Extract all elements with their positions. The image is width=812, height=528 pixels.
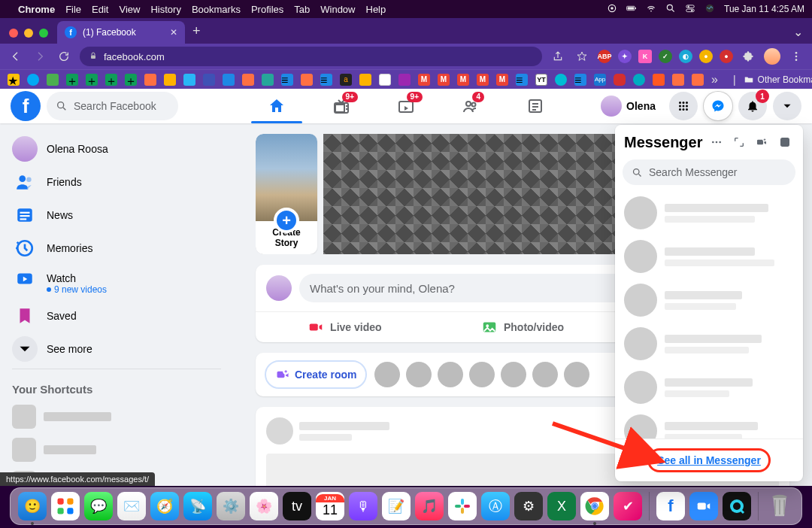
messenger-compose-icon[interactable]: [776, 132, 794, 152]
messenger-new-video-icon[interactable]: [753, 132, 771, 152]
bookmark-icon[interactable]: ＋: [125, 74, 137, 86]
shortcut-item[interactable]: [6, 400, 227, 433]
bookmark-icon[interactable]: [633, 74, 645, 86]
sidebar-item-see-more[interactable]: See more: [6, 332, 227, 366]
sidebar-item-saved[interactable]: Saved: [6, 299, 227, 332]
sidebar-item-memories[interactable]: Memories: [6, 232, 227, 265]
contact-avatar[interactable]: [469, 362, 495, 387]
tab-groups[interactable]: 4: [441, 89, 501, 123]
bookmarks-overflow-icon[interactable]: »: [711, 73, 718, 86]
messenger-button[interactable]: [704, 92, 732, 120]
menu-edit[interactable]: Edit: [92, 4, 108, 15]
chrome-menu-icon[interactable]: [788, 48, 804, 65]
dock-trash[interactable]: [765, 492, 794, 520]
shortcut-item[interactable]: [6, 433, 227, 466]
bookmark-icon[interactable]: M: [496, 74, 508, 86]
messenger-conversation-list[interactable]: [615, 191, 803, 438]
bookmark-icon[interactable]: YT: [535, 74, 547, 86]
bookmark-icon[interactable]: [223, 74, 235, 86]
menu-view[interactable]: View: [119, 4, 140, 15]
dock-app-slack[interactable]: [448, 492, 477, 520]
extension-icon[interactable]: ✦: [618, 50, 632, 63]
bookmark-icon[interactable]: [614, 74, 626, 86]
bookmark-icon[interactable]: [301, 74, 313, 86]
bookmark-icon[interactable]: M: [457, 74, 469, 86]
sidebar-item-friends[interactable]: Friends: [6, 165, 227, 199]
conversation-item[interactable]: [620, 278, 798, 322]
dock-app-chrome[interactable]: [580, 492, 609, 520]
contact-avatar[interactable]: [532, 362, 558, 387]
dock-app-music[interactable]: 🎵: [415, 492, 444, 520]
tab-close-icon[interactable]: ✕: [170, 27, 177, 38]
nav-forward-button[interactable]: [32, 48, 48, 65]
menu-history[interactable]: History: [150, 4, 180, 15]
extension-icon[interactable]: ●: [720, 50, 733, 63]
siri-icon[interactable]: [704, 3, 715, 16]
extension-icon[interactable]: ABP: [598, 50, 611, 63]
conversation-item[interactable]: [620, 191, 798, 235]
bookmark-icon[interactable]: ★: [8, 74, 20, 86]
dock-app-quicktime[interactable]: [723, 492, 751, 520]
browser-tab[interactable]: f (1) Facebook ✕: [57, 21, 185, 44]
conversation-item[interactable]: [620, 366, 798, 409]
tab-overflow-icon[interactable]: ⌄: [784, 20, 812, 44]
conversation-item[interactable]: [620, 235, 798, 278]
contact-avatar[interactable]: [564, 362, 589, 387]
menu-profiles[interactable]: Profiles: [251, 4, 283, 15]
nav-back-button[interactable]: [8, 48, 24, 65]
nav-reload-button[interactable]: [56, 48, 72, 65]
dock-app-settings[interactable]: ⚙️: [217, 492, 245, 520]
messenger-search-input[interactable]: Search Messenger: [623, 159, 795, 185]
tab-news[interactable]: [505, 89, 565, 123]
dock-app-todoist[interactable]: ✔: [614, 492, 642, 520]
dock-app-system[interactable]: ⚙: [514, 492, 543, 520]
bookmark-icon[interactable]: [27, 74, 39, 86]
bookmark-icon[interactable]: ＋: [66, 74, 78, 86]
bookmark-icon[interactable]: ＋: [105, 74, 117, 86]
bookmark-icon[interactable]: ≡: [574, 74, 586, 86]
chrome-profile-avatar[interactable]: [764, 48, 780, 65]
avatar[interactable]: [266, 275, 292, 301]
create-room-button[interactable]: Create room: [265, 360, 367, 389]
contact-avatar[interactable]: [438, 362, 463, 387]
dock-app-mail[interactable]: ✉️: [117, 492, 146, 520]
menu-tab[interactable]: Tab: [294, 4, 310, 15]
tab-watch[interactable]: 9+: [311, 89, 371, 123]
dock-app-facebook[interactable]: f: [656, 492, 685, 520]
bookmark-icon[interactable]: [672, 74, 684, 86]
dock-app-appstore[interactable]: Ⓐ: [481, 492, 510, 520]
bookmark-icon[interactable]: [653, 74, 665, 86]
extension-icon[interactable]: K: [638, 50, 652, 63]
spotlight-icon[interactable]: [665, 3, 676, 16]
other-bookmarks-folder[interactable]: Other Bookmarks: [744, 74, 812, 85]
menu-bookmarks[interactable]: Bookmarks: [192, 4, 241, 15]
control-center-icon[interactable]: [685, 3, 695, 16]
bookmark-icon[interactable]: [359, 74, 371, 86]
bookmark-icon[interactable]: ≡: [281, 74, 293, 86]
tab-marketplace[interactable]: 9+: [376, 89, 436, 123]
dock-app-notes[interactable]: 📝: [382, 492, 411, 520]
notifications-button[interactable]: 1: [738, 92, 767, 120]
bookmark-icon[interactable]: [144, 74, 156, 86]
live-video-button[interactable]: Live video: [256, 312, 434, 342]
extensions-menu-icon[interactable]: [740, 48, 756, 65]
dock-app-appletv[interactable]: tv: [283, 492, 311, 520]
post-author-avatar[interactable]: [266, 417, 293, 445]
share-icon[interactable]: [550, 48, 566, 65]
facebook-logo-icon[interactable]: f: [11, 91, 41, 121]
bookmark-icon[interactable]: M: [477, 74, 489, 86]
dock-app-photos[interactable]: 🌸: [250, 492, 278, 520]
extension-icon[interactable]: ◐: [679, 50, 692, 63]
menu-file[interactable]: File: [65, 4, 81, 15]
contact-avatar[interactable]: [374, 362, 400, 387]
bookmark-icon[interactable]: ＋: [86, 74, 98, 86]
menu-grid-button[interactable]: [669, 92, 698, 120]
bookmark-icon[interactable]: [164, 74, 176, 86]
bookmark-icon[interactable]: ≡: [516, 74, 528, 86]
messenger-expand-icon[interactable]: [730, 132, 748, 152]
dock-app-safari[interactable]: 🧭: [150, 492, 179, 520]
extension-icon[interactable]: ✓: [659, 50, 672, 63]
dock-app-finder[interactable]: 🙂: [18, 492, 47, 520]
sidebar-item-profile[interactable]: Olena Roosa: [6, 132, 227, 165]
dock-app-messages[interactable]: 💬: [84, 492, 113, 520]
